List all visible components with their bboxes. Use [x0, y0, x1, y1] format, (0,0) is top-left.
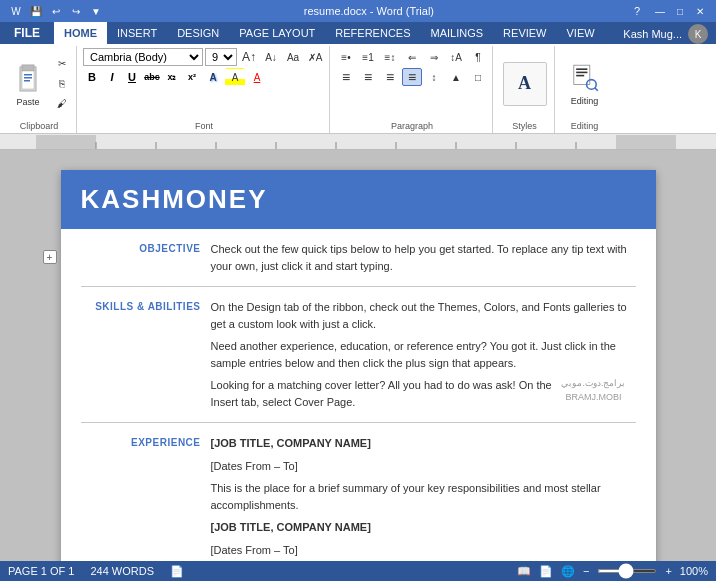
format-painter-button[interactable]: 🖌	[52, 95, 72, 113]
svg-rect-14	[616, 135, 676, 149]
text-highlight-button[interactable]: A	[225, 68, 245, 86]
ruler	[0, 134, 716, 150]
italic-button[interactable]: I	[103, 68, 121, 86]
objective-content[interactable]: Check out the few quick tips below to he…	[211, 241, 636, 274]
paste-area: Paste	[6, 56, 50, 112]
ruler-svg	[36, 135, 676, 149]
styles-group: A Styles	[495, 46, 555, 133]
undo-icon[interactable]: ↩	[48, 3, 64, 19]
styles-icon[interactable]: A	[503, 62, 547, 106]
bold-button[interactable]: B	[83, 68, 101, 86]
view-web-layout[interactable]: 🌐	[561, 565, 575, 578]
svg-rect-4	[24, 77, 32, 79]
numbering-button[interactable]: ≡1	[358, 48, 378, 66]
experience-label: EXPERIENCE	[81, 435, 211, 558]
decrease-indent-button[interactable]: ⇐	[402, 48, 422, 66]
skills-content[interactable]: On the Design tab of the ribbon, check o…	[211, 299, 636, 410]
text-effect-button[interactable]: A	[203, 68, 223, 86]
page-area: + KASHMONEY OBJECTIVE Check out the few …	[0, 150, 716, 561]
show-marks-button[interactable]: ¶	[468, 48, 488, 66]
underline-button[interactable]: U	[123, 68, 141, 86]
change-case-button[interactable]: Aa	[283, 48, 303, 66]
maximize-button[interactable]: □	[672, 4, 688, 18]
editing-group: Editing Editing	[557, 46, 612, 133]
editing-group-label: Editing	[571, 119, 599, 131]
shrink-font-button[interactable]: A↓	[261, 48, 281, 66]
font-color-button[interactable]: A	[247, 68, 267, 86]
view-read-mode[interactable]: 📖	[517, 565, 531, 578]
sort-button[interactable]: ↕A	[446, 48, 466, 66]
styles-content: A	[503, 48, 547, 119]
font-size-dropdown[interactable]: 9	[205, 48, 237, 66]
document-check-icon[interactable]: 📄	[170, 565, 184, 578]
document-content: OBJECTIVE Check out the few quick tips b…	[61, 229, 656, 561]
close-button[interactable]: ✕	[692, 4, 708, 18]
editing-label: Editing	[571, 96, 599, 106]
styles-label: Styles	[512, 119, 537, 131]
user-name[interactable]: Kash Mug...	[623, 28, 682, 40]
paragraph-controls: ≡• ≡1 ≡↕ ⇐ ⇒ ↕A ¶ ≡ ≡ ≡ ≡ ↕ ▲ □	[336, 48, 488, 119]
add-content-button[interactable]: +	[43, 250, 57, 264]
save-icon[interactable]: 💾	[28, 3, 44, 19]
plus-icon[interactable]: +	[665, 565, 671, 577]
paragraph-row2: ≡ ≡ ≡ ≡ ↕ ▲ □	[336, 68, 488, 86]
align-right-button[interactable]: ≡	[380, 68, 400, 86]
minus-icon[interactable]: −	[583, 565, 589, 577]
clipboard-small-buttons: ✂ ⎘ 🖌	[52, 55, 72, 113]
user-avatar[interactable]: K	[688, 24, 708, 44]
center-button[interactable]: ≡	[358, 68, 378, 86]
copy-button[interactable]: ⎘	[52, 75, 72, 93]
borders-button[interactable]: □	[468, 68, 488, 86]
strikethrough-button[interactable]: abc	[143, 68, 161, 86]
redo-icon[interactable]: ↪	[68, 3, 84, 19]
tab-references[interactable]: REFERENCES	[325, 22, 420, 44]
cut-button[interactable]: ✂	[52, 55, 72, 73]
svg-rect-13	[36, 135, 96, 149]
font-name-dropdown[interactable]: Cambria (Body)	[83, 48, 203, 66]
multilevel-button[interactable]: ≡↕	[380, 48, 400, 66]
tab-home[interactable]: HOME	[54, 22, 107, 44]
svg-rect-8	[576, 71, 587, 73]
experience-content[interactable]: [JOB TITLE, COMPANY NAME] [Dates From – …	[211, 435, 636, 558]
styles-area: A	[503, 62, 547, 106]
superscript-button[interactable]: x²	[183, 68, 201, 86]
job-dates-1: [Dates From – To]	[211, 458, 636, 475]
clipboard-label: Clipboard	[20, 119, 59, 131]
editing-button[interactable]: Editing	[563, 62, 607, 106]
tab-design[interactable]: DESIGN	[167, 22, 229, 44]
tab-file[interactable]: FILE	[0, 22, 54, 44]
job-dates-2: [Dates From – To]	[211, 542, 636, 559]
tab-mailings[interactable]: MAILINGS	[421, 22, 494, 44]
line-spacing-button[interactable]: ↕	[424, 68, 444, 86]
status-bar: PAGE 1 OF 1 244 WORDS 📄 📖 📄 🌐 − + 100%	[0, 561, 716, 581]
clipboard-group: Paste ✂ ⎘ 🖌 Clipboard	[2, 46, 77, 133]
svg-rect-9	[576, 74, 584, 76]
grow-font-button[interactable]: A↑	[239, 48, 259, 66]
tab-insert[interactable]: INSERT	[107, 22, 167, 44]
ribbon-tab-bar: FILE HOME INSERT DESIGN PAGE LAYOUT REFE…	[0, 22, 716, 44]
paste-button[interactable]: Paste	[6, 56, 50, 112]
word-icon: W	[8, 3, 24, 19]
align-left-button[interactable]: ≡	[336, 68, 356, 86]
subscript-button[interactable]: x₂	[163, 68, 181, 86]
increase-indent-button[interactable]: ⇒	[424, 48, 444, 66]
zoom-level[interactable]: 100%	[680, 565, 708, 577]
clear-format-button[interactable]: ✗A	[305, 48, 325, 66]
view-print-layout[interactable]: 📄	[539, 565, 553, 578]
tab-page-layout[interactable]: PAGE LAYOUT	[229, 22, 325, 44]
shading-button[interactable]: ▲	[446, 68, 466, 86]
name-header[interactable]: KASHMONEY	[61, 170, 656, 229]
window-title: resume.docx - Word (Trial)	[104, 5, 634, 17]
tab-review[interactable]: REVIEW	[493, 22, 556, 44]
customize-icon[interactable]: ▼	[88, 3, 104, 19]
page-info: PAGE 1 OF 1	[8, 565, 74, 577]
paragraph-label: Paragraph	[391, 119, 433, 131]
job-summary: This is the place for a brief summary of…	[211, 480, 636, 513]
job-title-2: [JOB TITLE, COMPANY NAME]	[211, 519, 636, 536]
tab-view[interactable]: VIEW	[557, 22, 605, 44]
bullets-button[interactable]: ≡•	[336, 48, 356, 66]
minimize-button[interactable]: —	[652, 4, 668, 18]
zoom-slider[interactable]	[597, 569, 657, 573]
justify-button[interactable]: ≡	[402, 68, 422, 86]
help-button[interactable]: ?	[634, 5, 640, 17]
